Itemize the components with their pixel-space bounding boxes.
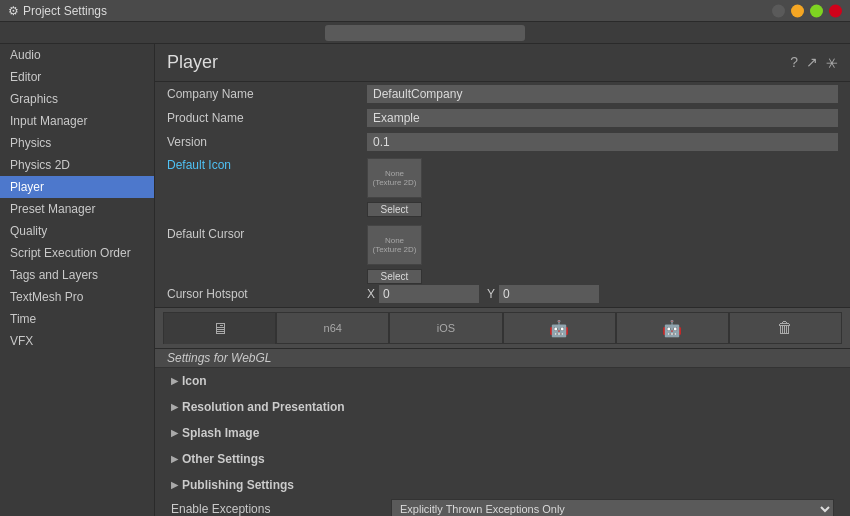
sidebar-item-physics[interactable]: Physics	[0, 132, 154, 154]
resolution-section-label: Resolution and Presentation	[182, 400, 345, 414]
publishing-section-group: Publishing Settings Enable Exceptions Ex…	[155, 472, 850, 516]
sidebar-item-input-manager[interactable]: Input Manager	[0, 110, 154, 132]
icon-select-button[interactable]: Select	[367, 202, 422, 217]
window-title: Project Settings	[23, 4, 107, 18]
trash-icon: 🗑	[777, 319, 793, 337]
help-icon[interactable]: ?	[790, 54, 798, 71]
enable-exceptions-select[interactable]: Explicitly Thrown Exceptions Only None C…	[391, 499, 834, 516]
sidebar-item-script-execution[interactable]: Script Execution Order	[0, 242, 154, 264]
popout-icon[interactable]: ↗	[806, 54, 818, 71]
resolution-section-header[interactable]: Resolution and Presentation	[155, 396, 850, 418]
company-name-row: Company Name	[155, 82, 850, 106]
sidebar-item-physics-2d[interactable]: Physics 2D	[0, 154, 154, 176]
product-name-label: Product Name	[167, 111, 367, 125]
splash-section-group: Splash Image	[155, 420, 850, 446]
maximize-button[interactable]	[810, 4, 823, 17]
company-name-label: Company Name	[167, 87, 367, 101]
product-name-input[interactable]	[367, 109, 838, 127]
content-area: Player ? ↗ ⚹ Company Name Product Name V…	[155, 44, 850, 516]
publishing-section-label: Publishing Settings	[182, 478, 294, 492]
sidebar-item-preset-manager[interactable]: Preset Manager	[0, 198, 154, 220]
n64-icon: n64	[324, 322, 342, 334]
ios-icon: iOS	[437, 322, 455, 334]
sidebar-item-textmesh-pro[interactable]: TextMesh Pro	[0, 286, 154, 308]
sidebar-item-quality[interactable]: Quality	[0, 220, 154, 242]
hotspot-y-label: Y	[487, 287, 495, 301]
sidebar-item-editor[interactable]: Editor	[0, 66, 154, 88]
icon-section-label: Icon	[182, 374, 207, 388]
platform-tab-android-green[interactable]: 🤖	[616, 312, 729, 344]
splash-section-header[interactable]: Splash Image	[155, 422, 850, 444]
hotspot-label: Cursor Hotspot	[167, 287, 367, 301]
icon-section-group: Icon	[155, 368, 850, 394]
enable-exceptions-row: Enable Exceptions Explicitly Thrown Exce…	[155, 496, 850, 516]
close-button[interactable]	[829, 4, 842, 17]
enable-exceptions-value: Explicitly Thrown Exceptions Only None C…	[391, 499, 834, 516]
sidebar: AudioEditorGraphicsInput ManagerPhysicsP…	[0, 44, 155, 516]
platform-tab-ios[interactable]: iOS	[389, 312, 502, 344]
product-name-row: Product Name	[155, 106, 850, 130]
icon-texture-label: None (Texture 2D)	[368, 167, 421, 189]
default-icon-label[interactable]: Default Icon	[167, 158, 367, 172]
hotspot-x-input[interactable]	[379, 285, 479, 303]
icon-texture-box: None (Texture 2D)	[367, 158, 422, 198]
title-bar: ⚙ Project Settings	[0, 0, 850, 22]
icon-section-header[interactable]: Icon	[155, 370, 850, 392]
content-header: Player ? ↗ ⚹	[155, 44, 850, 82]
hotspot-y-input[interactable]	[499, 285, 599, 303]
main-container: AudioEditorGraphicsInput ManagerPhysicsP…	[0, 44, 850, 516]
sidebar-item-graphics[interactable]: Graphics	[0, 88, 154, 110]
icon-preview-area: None (Texture 2D) Select	[367, 158, 422, 217]
platform-tab-android-red[interactable]: 🤖	[503, 312, 616, 344]
other-settings-section-header[interactable]: Other Settings	[155, 448, 850, 470]
sidebar-item-vfx[interactable]: VFX	[0, 330, 154, 352]
hotspot-x-label: X	[367, 287, 375, 301]
cursor-texture-label: None (Texture 2D)	[368, 234, 421, 256]
header-icons: ? ↗ ⚹	[790, 54, 838, 71]
platform-tab-n64[interactable]: n64	[276, 312, 389, 344]
gear-icon: ⚙	[8, 4, 19, 18]
monitor-icon: 🖥	[212, 320, 228, 338]
window-controls	[772, 4, 842, 17]
lock-icon[interactable]: ⚹	[826, 54, 838, 71]
settings-section: Settings for WebGL	[155, 349, 850, 368]
settings-label: Settings for WebGL	[167, 351, 272, 365]
sidebar-item-player[interactable]: Player	[0, 176, 154, 198]
splash-section-label: Splash Image	[182, 426, 259, 440]
version-label: Version	[167, 135, 367, 149]
version-input[interactable]	[367, 133, 838, 151]
default-cursor-label: Default Cursor	[167, 225, 367, 241]
hotspot-row: Cursor Hotspot X Y	[155, 281, 850, 307]
search-input[interactable]	[325, 25, 525, 41]
cursor-preview-area: None (Texture 2D) Select	[367, 225, 422, 284]
cursor-texture-box: None (Texture 2D)	[367, 225, 422, 265]
sidebar-item-audio[interactable]: Audio	[0, 44, 154, 66]
platform-tab-other[interactable]: 🗑	[729, 312, 842, 344]
resolution-section-group: Resolution and Presentation	[155, 394, 850, 420]
android-green-icon: 🤖	[662, 319, 682, 338]
company-name-input[interactable]	[367, 85, 838, 103]
platform-tabs: 🖥 n64 iOS 🤖 🤖 🗑	[155, 307, 850, 349]
platform-tab-webgl[interactable]: 🖥	[163, 312, 276, 344]
enable-exceptions-label: Enable Exceptions	[171, 502, 391, 516]
other-settings-section-group: Other Settings	[155, 446, 850, 472]
default-icon-section: Default Icon None (Texture 2D) Select	[155, 154, 850, 221]
default-cursor-section: Default Cursor None (Texture 2D) Select	[155, 221, 850, 281]
search-bar	[0, 22, 850, 44]
page-title: Player	[167, 52, 218, 73]
minimize-button[interactable]	[791, 4, 804, 17]
publishing-section-header[interactable]: Publishing Settings	[155, 474, 850, 496]
sidebar-item-tags-layers[interactable]: Tags and Layers	[0, 264, 154, 286]
sidebar-item-time[interactable]: Time	[0, 308, 154, 330]
version-row: Version	[155, 130, 850, 154]
dots-button[interactable]	[772, 4, 785, 17]
android-red-icon: 🤖	[549, 319, 569, 338]
other-settings-section-label: Other Settings	[182, 452, 265, 466]
